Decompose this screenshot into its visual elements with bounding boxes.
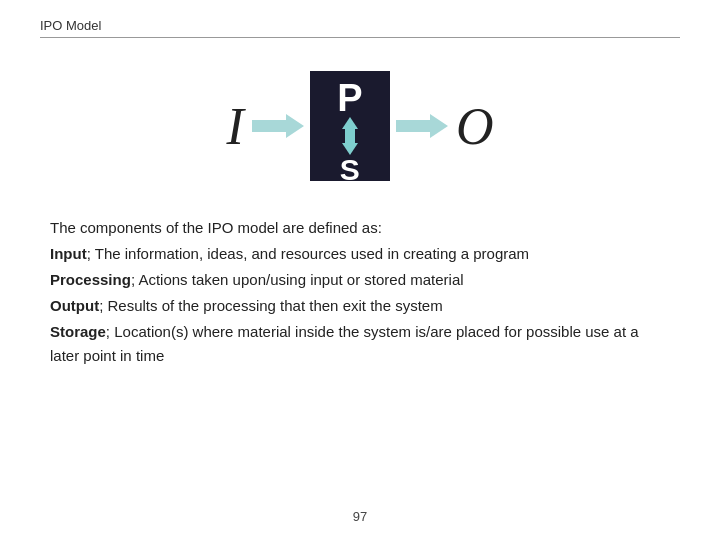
input-label: Input bbox=[50, 245, 87, 262]
arrow-body bbox=[345, 129, 355, 143]
content-area: The components of the IPO model are defi… bbox=[50, 216, 670, 368]
intro-text: The components of the IPO model are defi… bbox=[50, 216, 670, 240]
letter-i: I bbox=[227, 97, 244, 156]
output-line: Output; Results of the processing that t… bbox=[50, 294, 670, 318]
processing-line: Processing; Actions taken upon/using inp… bbox=[50, 268, 670, 292]
storage-label: Storage bbox=[50, 323, 106, 340]
page-number: 97 bbox=[353, 509, 367, 524]
arrow-i-to-p bbox=[252, 112, 304, 140]
input-text: ; The information, ideas, and resources … bbox=[87, 245, 529, 262]
diagram-p-letter: P bbox=[337, 79, 362, 117]
processing-text: ; Actions taken upon/using input or stor… bbox=[131, 271, 464, 288]
up-arrowhead bbox=[342, 117, 358, 129]
svg-marker-0 bbox=[252, 114, 304, 138]
diagram-s-letter: S bbox=[340, 155, 360, 185]
processing-label: Processing bbox=[50, 271, 131, 288]
title-bar: IPO Model bbox=[40, 18, 680, 38]
ipo-diagram: I P S O bbox=[180, 56, 540, 196]
page-title: IPO Model bbox=[40, 18, 101, 33]
input-line: Input; The information, ideas, and resou… bbox=[50, 242, 670, 266]
storage-line: Storage; Location(s) where material insi… bbox=[50, 320, 670, 368]
storage-text: ; Location(s) where material inside the … bbox=[50, 323, 639, 364]
p-box: P S bbox=[310, 71, 390, 181]
vertical-arrow bbox=[342, 117, 358, 155]
svg-marker-1 bbox=[396, 114, 448, 138]
letter-o: O bbox=[456, 97, 494, 156]
output-text: ; Results of the processing that then ex… bbox=[99, 297, 443, 314]
page-container: IPO Model I P S O bbox=[0, 0, 720, 540]
arrow-p-to-o bbox=[396, 112, 448, 140]
output-label: Output bbox=[50, 297, 99, 314]
